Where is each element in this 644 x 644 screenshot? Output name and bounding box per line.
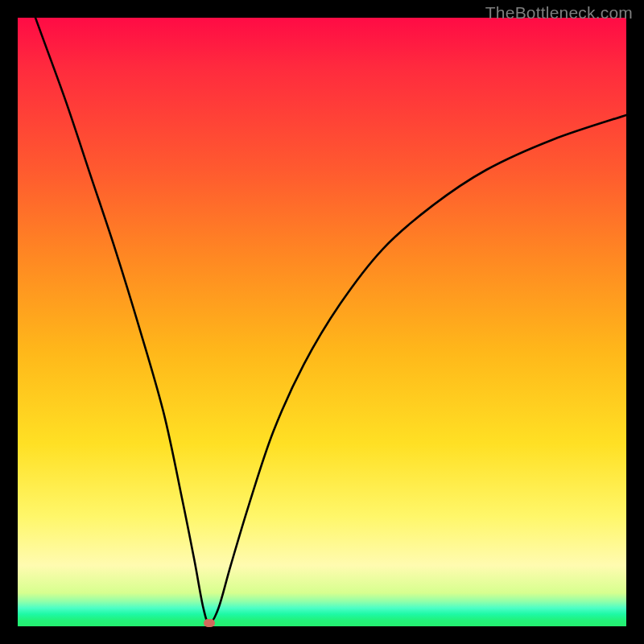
optimal-point-marker bbox=[204, 619, 215, 627]
bottleneck-curve bbox=[18, 0, 626, 623]
chart-frame: TheBottleneck.com bbox=[0, 0, 644, 644]
plot-area bbox=[18, 18, 626, 626]
watermark-text: TheBottleneck.com bbox=[485, 3, 633, 23]
curve-svg bbox=[18, 18, 626, 626]
